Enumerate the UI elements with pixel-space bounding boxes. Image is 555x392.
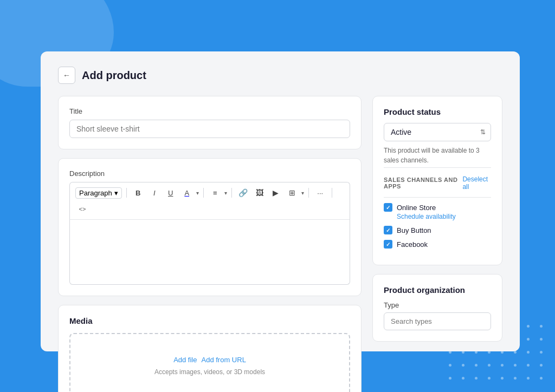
page-header: ← Add product: [58, 67, 502, 84]
code-button[interactable]: <>: [75, 202, 89, 216]
add-url-link[interactable]: Add from URL: [202, 356, 246, 364]
content-layout: Title Description Paragraph ▾ B I U A: [58, 96, 502, 333]
channels-label: SALES CHANNELS AND APPS: [384, 177, 462, 190]
title-section: Title: [58, 96, 362, 149]
table-button[interactable]: ⊞: [285, 186, 299, 200]
status-select[interactable]: Active Draft: [384, 123, 491, 141]
title-input[interactable]: [69, 120, 350, 138]
channels-header: SALES CHANNELS AND APPS Deselect all: [384, 175, 491, 191]
align-button[interactable]: ≡: [208, 186, 222, 200]
media-section: Media Add file Add from URL Accepts imag…: [58, 305, 362, 392]
text-color-button[interactable]: A: [180, 186, 194, 200]
product-organization-title: Product organization: [384, 285, 491, 295]
sales-channels-section: SALES CHANNELS AND APPS Deselect all ✓ O…: [384, 167, 491, 249]
status-hint: This product will be available to 3 sale…: [384, 146, 491, 165]
link-button[interactable]: 🔗: [236, 186, 250, 200]
toolbar-divider-4: [308, 188, 309, 198]
table-arrow: ▾: [301, 190, 304, 196]
video-button[interactable]: ▶: [269, 186, 283, 200]
media-hint: Accepts images, videos, or 3D models: [154, 368, 265, 376]
channel-item-buy-button: ✓ Buy Button: [384, 226, 491, 234]
channel-row-online-store: ✓ Online Store: [384, 203, 491, 212]
product-status-section: Product status Active Draft ⇅ This produ…: [372, 96, 502, 265]
media-title: Media: [69, 316, 350, 325]
type-search-wrap: [384, 312, 491, 330]
left-column: Title Description Paragraph ▾ B I U A: [58, 96, 362, 333]
check-icon: ✓: [386, 205, 390, 211]
media-drop-zone[interactable]: Add file Add from URL Accepts images, vi…: [69, 333, 350, 392]
channel-row-facebook: ✓ Facebook: [384, 240, 491, 249]
image-button[interactable]: 🖼: [253, 186, 267, 200]
media-actions: Add file Add from URL: [173, 356, 246, 364]
channel-divider-top: [384, 197, 491, 198]
check-icon: ✓: [386, 241, 390, 247]
right-column: Product status Active Draft ⇅ This produ…: [372, 96, 502, 333]
page-title: Add product: [82, 69, 146, 82]
facebook-checkbox[interactable]: ✓: [384, 240, 392, 249]
align-arrow: ▾: [224, 190, 227, 196]
channel-row-buy-button: ✓ Buy Button: [384, 226, 491, 234]
toolbar-divider-3: [231, 188, 232, 198]
product-organization-section: Product organization Type: [372, 274, 502, 342]
toolbar-divider-2: [203, 188, 204, 198]
paragraph-select[interactable]: Paragraph ▾: [75, 187, 122, 199]
product-status-title: Product status: [384, 107, 491, 116]
underline-button[interactable]: U: [164, 186, 178, 200]
online-store-checkbox[interactable]: ✓: [384, 203, 392, 212]
facebook-label: Facebook: [397, 240, 428, 249]
back-button[interactable]: ←: [58, 67, 75, 84]
buy-button-label: Buy Button: [397, 226, 431, 234]
add-file-link[interactable]: Add file: [173, 356, 197, 364]
title-label: Title: [69, 107, 350, 115]
online-store-label: Online Store: [397, 204, 436, 212]
type-search-input[interactable]: [384, 312, 491, 330]
status-select-wrap: Active Draft ⇅: [384, 123, 491, 141]
buy-button-checkbox[interactable]: ✓: [384, 226, 392, 234]
paragraph-label: Paragraph: [79, 189, 112, 197]
description-label: Description: [69, 169, 350, 178]
description-toolbar: Paragraph ▾ B I U A ▾ ≡ ▾ 🔗 🖼 ▶: [69, 182, 350, 220]
type-label: Type: [384, 301, 491, 309]
channel-item-online-store: ✓ Online Store Schedule availability: [384, 203, 491, 220]
main-card: ← Add product Title Description Paragrap…: [41, 51, 520, 351]
more-button[interactable]: ···: [313, 186, 327, 200]
toolbar-divider-1: [126, 188, 127, 198]
description-body[interactable]: [69, 220, 350, 285]
schedule-availability-link[interactable]: Schedule availability: [397, 213, 491, 220]
paragraph-arrow-icon: ▾: [114, 189, 118, 197]
check-icon: ✓: [386, 227, 390, 233]
channel-item-facebook: ✓ Facebook: [384, 240, 491, 249]
toolbar-divider-5: [332, 188, 332, 198]
italic-button[interactable]: I: [147, 186, 162, 200]
bold-button[interactable]: B: [131, 186, 145, 200]
description-section: Description Paragraph ▾ B I U A ▾ ≡ ▾: [58, 158, 362, 296]
color-arrow: ▾: [196, 190, 199, 196]
deselect-all-button[interactable]: Deselect all: [462, 175, 491, 191]
